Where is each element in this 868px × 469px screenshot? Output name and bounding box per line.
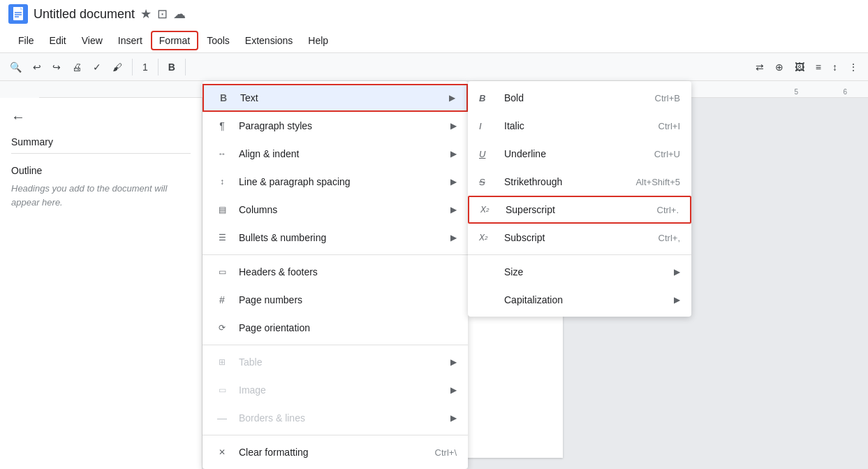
menu-extensions[interactable]: Extensions [238,32,300,49]
bold-shortcut: Ctrl+B [655,93,680,103]
text-submenu-capitalization[interactable]: Capitalization ▶ [468,286,691,314]
borders-arrow: ▶ [450,413,457,423]
back-button[interactable]: ← [11,109,191,125]
text-arrow: ▶ [449,93,455,103]
spacing-label: Line & paragraph spacing [239,176,450,187]
format-menu-table: ⊞ Table ▶ [203,348,468,376]
toolbar-undo[interactable]: ↩ [29,59,45,75]
menu-help[interactable]: Help [301,32,335,49]
menu-insert[interactable]: Insert [111,32,149,49]
outline-title: Outline [11,165,191,176]
format-menu-headers[interactable]: ▭ Headers & footers [203,258,468,286]
format-menu-spacing[interactable]: ↕ Line & paragraph spacing ▶ [203,168,468,196]
document-title[interactable]: Untitled document [34,7,135,22]
subscript-label: Subscript [504,232,659,243]
toolbar-separator-1 [132,59,133,75]
table-label: Table [239,356,450,368]
toolbar-bold[interactable]: B [164,59,179,75]
toolbar-print[interactable]: 🖨 [68,59,86,75]
image-icon: ▭ [214,385,230,395]
headers-icon: ▭ [214,267,230,277]
format-menu-bullets[interactable]: ☰ Bullets & numbering ▶ [203,224,468,252]
format-menu-image: ▭ Image ▶ [203,376,468,404]
text-icon: B [215,92,232,103]
menu-file[interactable]: File [11,32,41,49]
text-submenu-strikethrough[interactable]: S Strikethrough Alt+Shift+5 [468,168,691,196]
toolbar-spellcheck[interactable]: ✓ [89,59,105,75]
bold-icon: B [479,93,496,103]
align-arrow: ▶ [450,149,457,159]
italic-shortcut: Ctrl+I [659,121,680,131]
menu-bar: File Edit View Insert Format Tools Exten… [0,28,868,53]
clear-shortcut: Ctrl+\ [435,447,457,458]
bullets-arrow: ▶ [450,233,457,243]
text-label: Text [240,92,449,103]
toolbar-search[interactable]: 🔍 [6,59,26,75]
align-icon: ↔ [214,149,230,159]
columns-arrow: ▶ [450,205,457,215]
strikethrough-shortcut: Alt+Shift+5 [635,177,680,187]
format-menu-paragraph[interactable]: ¶ Paragraph styles ▶ [203,112,468,140]
paragraph-arrow: ▶ [450,121,457,131]
text-submenu-superscript[interactable]: X2 Superscript Ctrl+. [468,196,691,224]
menu-view[interactable]: View [75,32,110,49]
toolbar-redo[interactable]: ↪ [48,59,65,75]
image-label: Image [239,384,450,396]
italic-icon: I [479,121,496,131]
summary-title: Summary [11,136,191,147]
menu-format[interactable]: Format [151,31,198,50]
text-submenu: B Bold Ctrl+B I Italic Ctrl+I U Underlin… [468,81,691,317]
cloud-icon[interactable]: ☁ [173,6,186,22]
menu-tools[interactable]: Tools [200,32,237,49]
clear-icon: ✕ [214,447,230,457]
title-actions: ★ ⊡ ☁ [140,6,186,22]
columns-icon: ▤ [214,205,230,215]
toolbar-paint[interactable]: 🖌 [108,59,126,75]
toolbar-spacing[interactable]: ↕ [828,59,841,75]
pagenums-icon: # [214,294,230,305]
toolbar-separator-2 [158,59,159,75]
size-arrow: ▶ [674,267,680,277]
folder-icon[interactable]: ⊡ [157,6,168,22]
text-submenu-italic[interactable]: I Italic Ctrl+I [468,112,691,140]
toolbar-align[interactable]: ≡ [811,59,825,75]
toolbar: 🔍 ↩ ↪ 🖨 ✓ 🖌 1 B ⇄ ⊕ 🖼 ≡ ↕ ⋮ [0,53,868,81]
underline-label: Underline [504,148,654,159]
format-menu-clear[interactable]: ✕ Clear formatting Ctrl+\ [203,438,468,466]
underline-shortcut: Ctrl+U [654,149,680,159]
toolbar-page-switch[interactable]: ⇄ [751,59,768,75]
format-divider-3 [203,435,468,435]
format-menu-pagenums[interactable]: # Page numbers [203,286,468,314]
format-menu-text[interactable]: B Text ▶ [203,84,468,112]
borders-label: Borders & lines [239,412,450,424]
star-icon[interactable]: ★ [140,6,152,22]
strikethrough-label: Strikethrough [504,176,635,187]
headers-label: Headers & footers [239,266,457,277]
format-divider-2 [203,345,468,345]
toolbar-image[interactable]: 🖼 [790,59,809,75]
bullets-icon: ☰ [214,233,230,243]
toolbar-add[interactable]: ⊕ [771,59,788,75]
menu-edit[interactable]: Edit [43,32,73,49]
table-icon: ⊞ [214,357,230,367]
orientation-icon: ⟳ [214,323,230,333]
text-submenu-underline[interactable]: U Underline Ctrl+U [468,140,691,168]
text-submenu-bold[interactable]: B Bold Ctrl+B [468,84,691,112]
text-submenu-subscript[interactable]: X2 Subscript Ctrl+, [468,224,691,252]
bold-label: Bold [504,92,655,103]
toolbar-zoom[interactable]: 1 [138,59,152,75]
format-menu-orientation[interactable]: ⟳ Page orientation [203,314,468,342]
text-submenu-size[interactable]: Size ▶ [468,258,691,286]
paragraph-label: Paragraph styles [239,120,450,131]
spacing-icon: ↕ [214,177,230,187]
format-menu-columns[interactable]: ▤ Columns ▶ [203,196,468,224]
subscript-shortcut: Ctrl+, [659,233,680,243]
app-icon [8,4,28,24]
capitalization-label: Capitalization [504,294,674,305]
columns-label: Columns [239,204,450,215]
underline-icon: U [479,149,496,159]
format-menu-align[interactable]: ↔ Align & indent ▶ [203,140,468,168]
superscript-label: Superscript [506,204,657,215]
toolbar-options[interactable]: ⋮ [844,59,862,75]
spacing-arrow: ▶ [450,177,457,187]
